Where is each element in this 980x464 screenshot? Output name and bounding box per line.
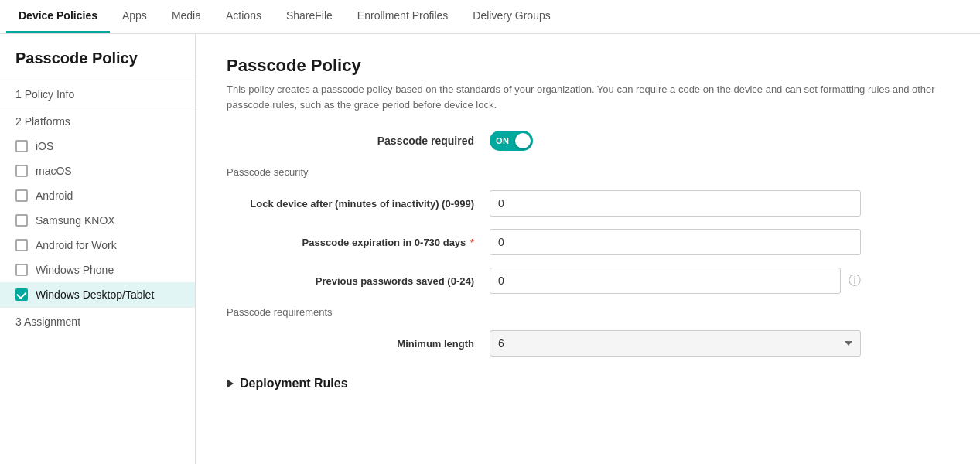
- checkbox-windows-phone[interactable]: [15, 264, 28, 276]
- minimum-length-label: Minimum length: [227, 338, 490, 350]
- content-title: Passcode Policy: [227, 56, 949, 76]
- passcode-required-row: Passcode required ON: [227, 131, 861, 151]
- top-navigation: Device Policies Apps Media Actions Share…: [0, 0, 980, 34]
- sidebar-item-label-macos: macOS: [36, 165, 72, 177]
- deployment-rules-label: Deployment Rules: [240, 377, 348, 391]
- checkbox-windows-desktop[interactable]: [15, 288, 28, 301]
- sidebar-item-windows-desktop[interactable]: Windows Desktop/Tablet: [0, 282, 195, 307]
- lock-device-label: Lock device after (minutes of inactivity…: [227, 198, 490, 210]
- nav-media[interactable]: Media: [159, 0, 213, 33]
- sidebar-section-policy-info[interactable]: 1 Policy Info: [0, 80, 195, 107]
- passcode-security-header: Passcode security: [227, 166, 949, 178]
- passcode-required-toggle[interactable]: ON: [490, 131, 533, 151]
- nav-sharefile[interactable]: ShareFile: [274, 0, 345, 33]
- sidebar-item-android[interactable]: Android: [0, 183, 195, 208]
- checkbox-android[interactable]: [15, 189, 28, 202]
- minimum-length-row: Minimum length 4 5 6 7 8 9 10 12: [227, 330, 861, 357]
- nav-apps[interactable]: Apps: [110, 0, 159, 33]
- content-area: Passcode Policy This policy creates a pa…: [196, 34, 980, 464]
- sidebar-item-label-samsung-knox: Samsung KNOX: [36, 214, 115, 227]
- sidebar-item-label-android-for-work: Android for Work: [36, 239, 117, 251]
- passcode-required-label: Passcode required: [227, 135, 490, 147]
- sidebar-item-label-ios: iOS: [36, 140, 53, 152]
- checkbox-ios[interactable]: [15, 140, 28, 152]
- sidebar-item-windows-phone[interactable]: Windows Phone: [0, 258, 195, 282]
- lock-device-input[interactable]: [490, 190, 861, 217]
- checkbox-android-for-work[interactable]: [15, 239, 28, 251]
- content-description: This policy creates a passcode policy ba…: [227, 82, 949, 112]
- passcode-expiration-input[interactable]: [490, 229, 861, 255]
- help-icon[interactable]: ⓘ: [849, 273, 861, 289]
- previous-passwords-row: Previous passwords saved (0-24) ⓘ: [227, 268, 861, 294]
- toggle-knob: [515, 133, 531, 148]
- toggle-on-text: ON: [496, 136, 510, 145]
- nav-actions[interactable]: Actions: [213, 0, 274, 33]
- sidebar-item-label-android: Android: [36, 189, 73, 202]
- checkbox-macos[interactable]: [15, 165, 28, 177]
- sidebar-item-ios[interactable]: iOS: [0, 134, 195, 159]
- sidebar-item-label-windows-phone: Windows Phone: [36, 264, 114, 276]
- required-star: *: [467, 237, 474, 248]
- previous-passwords-input[interactable]: [490, 268, 841, 294]
- main-layout: Passcode Policy 1 Policy Info 2 Platform…: [0, 34, 980, 464]
- nav-delivery-groups[interactable]: Delivery Groups: [460, 0, 562, 33]
- nav-device-policies[interactable]: Device Policies: [6, 0, 110, 33]
- sidebar-item-label-windows-desktop: Windows Desktop/Tablet: [36, 288, 154, 301]
- sidebar: Passcode Policy 1 Policy Info 2 Platform…: [0, 34, 196, 464]
- previous-passwords-label: Previous passwords saved (0-24): [227, 275, 490, 287]
- sidebar-title: Passcode Policy: [0, 34, 195, 80]
- sidebar-item-macos[interactable]: macOS: [0, 159, 195, 183]
- deployment-rules-toggle[interactable]: Deployment Rules: [227, 377, 949, 391]
- deployment-rules-section: Deployment Rules: [227, 369, 949, 391]
- collapse-icon: [227, 379, 234, 388]
- sidebar-item-samsung-knox[interactable]: Samsung KNOX: [0, 208, 195, 233]
- sidebar-item-android-for-work[interactable]: Android for Work: [0, 233, 195, 258]
- sidebar-section-assignment[interactable]: 3 Assignment: [0, 307, 195, 334]
- passcode-expiration-row: Passcode expiration in 0-730 days *: [227, 229, 861, 255]
- passcode-expiration-label: Passcode expiration in 0-730 days *: [227, 237, 490, 248]
- sidebar-section-platforms[interactable]: 2 Platforms: [0, 107, 195, 134]
- passcode-requirements-header: Passcode requirements: [227, 306, 949, 318]
- checkbox-samsung-knox[interactable]: [15, 214, 28, 227]
- minimum-length-select[interactable]: 4 5 6 7 8 9 10 12: [490, 330, 861, 357]
- nav-enrollment-profiles[interactable]: Enrollment Profiles: [345, 0, 461, 33]
- lock-device-row: Lock device after (minutes of inactivity…: [227, 190, 861, 217]
